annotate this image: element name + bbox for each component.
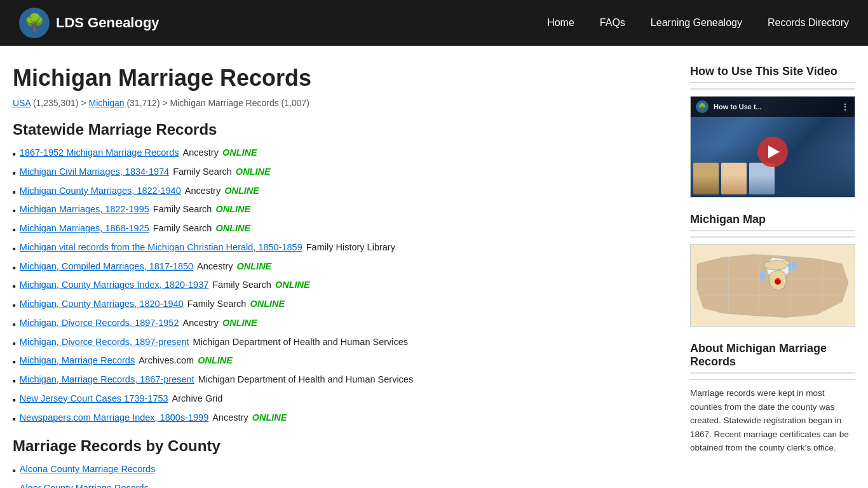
breadcrumb-michigan-count: (31,712) — [126, 98, 159, 108]
statewide-record-item: Michigan Civil Marriages, 1834-1974 Fami… — [13, 165, 671, 179]
statewide-record-link[interactable]: Michigan Marriages, 1868-1925 — [20, 222, 149, 236]
person-preview-1 — [693, 163, 719, 194]
statewide-record-link[interactable]: Michigan vital records from the Michigan… — [20, 241, 302, 255]
svg-text:🌳: 🌳 — [698, 102, 707, 111]
online-badge: ONLINE — [224, 184, 259, 198]
online-badge: ONLINE — [198, 354, 233, 368]
statewide-record-link[interactable]: Michigan, Divorce Records, 1897-1952 — [20, 316, 179, 330]
online-badge: ONLINE — [215, 222, 250, 236]
breadcrumb-usa[interactable]: USA — [13, 98, 31, 108]
about-text: Marriage records were kept in most count… — [690, 386, 855, 455]
statewide-record-item: Newspapers.com Marriage Index, 1800s-199… — [13, 411, 671, 425]
statewide-record-item: Michigan, Marriage Records, 1867-present… — [13, 373, 671, 387]
map-section: Michigan Map — [690, 213, 855, 327]
statewide-record-link[interactable]: Michigan, Marriage Records — [20, 354, 135, 368]
breadcrumb: USA (1,235,301) > Michigan (31,712) > Mi… — [13, 98, 671, 108]
play-triangle-icon — [768, 146, 780, 158]
play-button[interactable] — [757, 137, 788, 167]
statewide-record-item: Michigan vital records from the Michigan… — [13, 241, 671, 255]
nav-links: Home FAQs Learning Genealogy Records Dir… — [547, 17, 849, 29]
statewide-record-link[interactable]: Michigan, Divorce Records, 1897-present — [20, 336, 189, 349]
video-divider — [690, 88, 855, 90]
online-badge: ONLINE — [250, 297, 285, 311]
page-wrapper: Michigan Marriage Records USA (1,235,301… — [0, 46, 868, 488]
statewide-record-link[interactable]: Michigan, County Marriages Index, 1820-1… — [20, 278, 208, 292]
statewide-record-item: Michigan Marriages, 1868-1925 Family Sea… — [13, 222, 671, 236]
breadcrumb-michigan[interactable]: Michigan — [88, 98, 124, 108]
statewide-record-item: Michigan County Marriages, 1822-1940 Anc… — [13, 184, 671, 198]
map-divider — [690, 236, 855, 238]
nav-learning-genealogy[interactable]: Learning Genealogy — [651, 17, 742, 29]
statewide-record-link[interactable]: Michigan, County Marriages, 1820-1940 — [20, 297, 184, 311]
page-title: Michigan Marriage Records — [13, 65, 671, 92]
breadcrumb-current: Michigan Marriage Records (1,007) — [170, 98, 309, 108]
county-record-item: Alger County Marriage Records — [13, 482, 671, 488]
video-logo-small-icon: 🌳 — [696, 100, 709, 113]
about-divider — [690, 379, 855, 380]
statewide-record-link[interactable]: Michigan Civil Marriages, 1834-1974 — [20, 165, 169, 179]
about-section: About Michigan Marriage Records Marriage… — [690, 342, 855, 455]
statewide-record-link[interactable]: New Jersey Court Cases 1739-1753 — [20, 392, 168, 406]
statewide-record-link[interactable]: Michigan, Marriage Records, 1867-present — [20, 373, 194, 387]
nav-home[interactable]: Home — [547, 17, 574, 29]
video-section-title: How to Use This Site Video — [690, 65, 855, 83]
county-heading: Marriage Records by County — [13, 437, 671, 455]
statewide-record-item: Michigan, Marriage Records Archives.com … — [13, 354, 671, 368]
county-record-item: Alcona County Marriage Records — [13, 463, 671, 477]
person-preview-3 — [749, 163, 775, 194]
statewide-record-item: New Jersey Court Cases 1739-1753 Archive… — [13, 392, 671, 406]
online-badge: ONLINE — [237, 260, 272, 274]
county-records-list: Alcona County Marriage RecordsAlger Coun… — [13, 463, 671, 488]
breadcrumb-usa-count: (1,235,301) — [33, 98, 79, 108]
online-badge: ONLINE — [275, 278, 310, 292]
site-logo[interactable]: 🌳 LDS Genealogy — [19, 8, 159, 38]
map-section-title: Michigan Map — [690, 213, 855, 231]
logo-icon: 🌳 — [19, 8, 50, 38]
statewide-record-link[interactable]: Newspapers.com Marriage Index, 1800s-199… — [20, 411, 208, 425]
video-menu-dots-icon[interactable]: ⋮ — [841, 102, 850, 112]
statewide-record-item: Michigan Marriages, 1822-1995 Family Sea… — [13, 203, 671, 217]
statewide-record-item: Michigan, Compiled Marriages, 1817-1850 … — [13, 260, 671, 274]
statewide-record-item: 1867-1952 Michigan Marriage Records Ance… — [13, 146, 671, 160]
video-thumbnail[interactable]: 🌳 How to Use t... ⋮ — [690, 96, 855, 198]
statewide-record-link[interactable]: Michigan County Marriages, 1822-1940 — [20, 184, 181, 198]
about-section-title: About Michigan Marriage Records — [690, 342, 855, 374]
logo-text: LDS Genealogy — [56, 15, 159, 31]
navigation: 🌳 LDS Genealogy Home FAQs Learning Genea… — [0, 0, 868, 46]
video-section: How to Use This Site Video 🌳 How to Use — [690, 65, 855, 198]
sidebar: How to Use This Site Video 🌳 How to Use — [690, 65, 855, 488]
statewide-heading: Statewide Marriage Records — [13, 121, 671, 139]
nav-faqs[interactable]: FAQs — [600, 17, 625, 29]
statewide-record-link[interactable]: 1867-1952 Michigan Marriage Records — [20, 146, 179, 160]
main-content: Michigan Marriage Records USA (1,235,301… — [13, 65, 671, 488]
county-record-link[interactable]: Alger County Marriage Records — [20, 482, 149, 488]
nav-records-directory[interactable]: Records Directory — [768, 17, 849, 29]
statewide-record-item: Michigan, Divorce Records, 1897-present … — [13, 336, 671, 349]
svg-point-5 — [775, 278, 781, 285]
statewide-records-list: 1867-1952 Michigan Marriage Records Ance… — [13, 146, 671, 424]
online-badge: ONLINE — [215, 203, 250, 217]
online-badge: ONLINE — [222, 146, 257, 160]
svg-text:🌳: 🌳 — [24, 12, 45, 32]
statewide-record-link[interactable]: Michigan Marriages, 1822-1995 — [20, 203, 149, 217]
michigan-map[interactable] — [690, 244, 855, 327]
online-badge: ONLINE — [236, 165, 271, 179]
person-preview-2 — [721, 163, 747, 194]
michigan-map-svg — [691, 245, 855, 327]
statewide-record-item: Michigan, Divorce Records, 1897-1952 Anc… — [13, 316, 671, 330]
county-record-link[interactable]: Alcona County Marriage Records — [20, 463, 156, 477]
video-title-text: How to Use t... — [714, 103, 762, 111]
statewide-record-link[interactable]: Michigan, Compiled Marriages, 1817-1850 — [20, 260, 193, 274]
statewide-record-item: Michigan, County Marriages Index, 1820-1… — [13, 278, 671, 292]
statewide-record-item: Michigan, County Marriages, 1820-1940 Fa… — [13, 297, 671, 311]
online-badge: ONLINE — [222, 316, 257, 330]
video-overlay-top: 🌳 How to Use t... ⋮ — [691, 97, 855, 117]
online-badge: ONLINE — [252, 411, 287, 425]
